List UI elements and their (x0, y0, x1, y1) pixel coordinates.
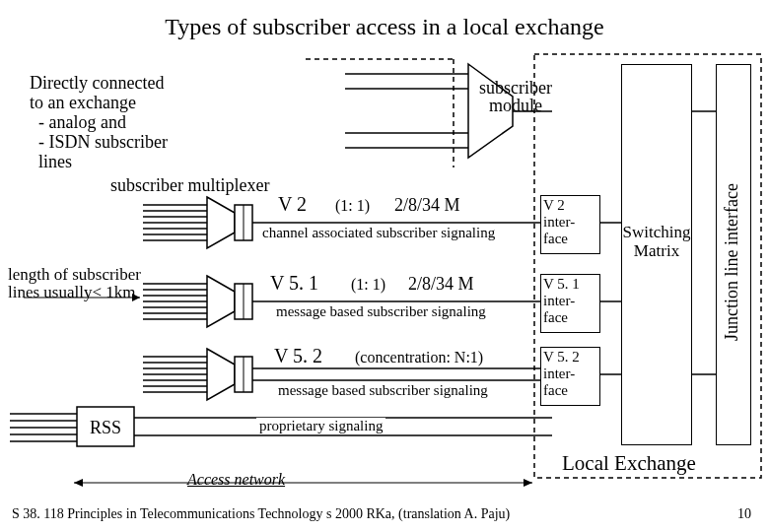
v52-sig: message based subscriber signaling (278, 382, 488, 399)
iv52-l1: V 5. 2 (543, 349, 597, 366)
sm-l2: module (471, 97, 560, 114)
switching-matrix-box: Switching Matrix (621, 64, 692, 445)
svg-marker-27 (207, 276, 235, 327)
iv2-l2: inter- (543, 214, 597, 231)
svg-marker-59 (74, 479, 83, 487)
dc-l1: Directly connected (30, 73, 168, 93)
v51-rate: 2/8/34 M (408, 274, 474, 295)
v52-name: V 5. 2 (274, 345, 322, 367)
dc-l3: - analog and (30, 112, 168, 132)
junction-line-interface-box: Junction line interface (716, 64, 751, 445)
v2-name: V 2 (278, 193, 307, 216)
v2-rate: 2/8/34 M (394, 195, 460, 216)
len-l2: lines usually< 1km (8, 284, 141, 301)
v2-sig: channel associated subscriber signaling (262, 225, 495, 241)
iv51-l3: face (543, 309, 597, 326)
len-l1: length of subscriber (8, 266, 141, 284)
svg-marker-38 (207, 349, 235, 400)
v51-name: V 5. 1 (270, 272, 318, 295)
subscriber-multiplexer-label: subscriber multiplexer (110, 175, 269, 196)
svg-marker-16 (207, 197, 235, 248)
length-note: length of subscriber lines usually< 1km (8, 266, 141, 301)
v52-ratio: (concentration: N:1) (355, 349, 483, 366)
iv2-l3: face (543, 231, 597, 247)
v2-interface-box: V 2 inter- face (540, 195, 600, 254)
local-exchange-label: Local Exchange (562, 451, 696, 476)
page-number: 10 (737, 506, 751, 522)
jli-label: Junction line interface (722, 173, 742, 341)
direct-connected-text: Directly connected to an exchange - anal… (30, 73, 168, 171)
dc-l5: lines (30, 152, 168, 171)
sw-l2: Matrix (616, 241, 697, 260)
iv2-l1: V 2 (543, 197, 597, 214)
dc-l4: - ISDN subscriber (30, 132, 168, 152)
iv52-l3: face (543, 382, 597, 399)
footer-text: S 38. 118 Principles in Telecommunicatio… (12, 506, 510, 522)
svg-marker-60 (524, 479, 532, 487)
iv52-l2: inter- (543, 366, 597, 382)
v52-interface-box: V 5. 2 inter- face (540, 347, 600, 406)
sw-l1: Switching (616, 223, 697, 241)
proprietary-sig: proprietary signaling (256, 418, 385, 434)
subscriber-module-label: subscriber module (471, 79, 560, 114)
v51-sig: message based subscriber signaling (276, 303, 486, 320)
iv51-l1: V 5. 1 (543, 276, 597, 293)
access-network-label: Access network (187, 471, 285, 489)
dc-l2: to an exchange (30, 93, 168, 112)
sm-l1: subscriber (471, 79, 560, 97)
iv51-l2: inter- (543, 293, 597, 309)
v2-ratio: (1: 1) (335, 197, 370, 215)
page-title: Types of subscriber access in a local ex… (0, 14, 769, 40)
rss-label: RSS (77, 418, 134, 438)
v51-ratio: (1: 1) (351, 276, 385, 294)
v51-interface-box: V 5. 1 inter- face (540, 274, 600, 333)
